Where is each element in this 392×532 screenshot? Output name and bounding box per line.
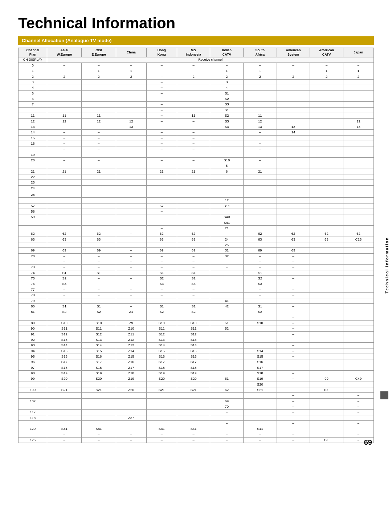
data-cell: – <box>146 141 177 146</box>
data-cell: – <box>146 298 177 303</box>
data-cell <box>210 259 244 265</box>
data-cell: S2 <box>177 309 210 315</box>
data-cell: S41 <box>47 426 82 432</box>
data-cell: S3 <box>210 102 244 107</box>
channel-plan-cell: 94 <box>19 348 47 354</box>
table-row: 28 <box>19 192 374 197</box>
table-row: 24 <box>19 185 374 191</box>
data-cell <box>277 102 310 107</box>
table-row: 4–4 <box>19 85 374 90</box>
table-row: S20 <box>19 382 374 387</box>
data-cell: S19 <box>177 370 210 376</box>
data-cell: – <box>310 63 343 68</box>
data-cell <box>277 107 310 113</box>
channel-plan-cell: 78 <box>19 293 47 298</box>
data-cell <box>47 393 82 398</box>
data-cell: – <box>82 141 116 146</box>
data-cell: 11 <box>82 113 116 118</box>
data-cell <box>310 398 343 404</box>
data-cell <box>116 226 146 231</box>
data-cell: S20 <box>47 376 82 382</box>
channel-plan-cell: 99 <box>19 376 47 382</box>
channel-plan-cell: 95 <box>19 354 47 359</box>
data-cell: 12 <box>244 118 277 124</box>
data-cell: S10 <box>47 320 82 326</box>
data-cell: – <box>244 265 277 270</box>
data-cell <box>343 96 373 102</box>
data-cell: 12 <box>47 118 82 124</box>
table-row: 12 <box>19 198 374 203</box>
data-cell <box>310 354 343 359</box>
data-cell <box>116 146 146 152</box>
data-cell: – <box>116 303 146 309</box>
data-cell: – <box>277 320 310 326</box>
data-cell: Z37 <box>116 415 146 420</box>
data-cell: C13 <box>343 237 373 242</box>
data-cell: S16 <box>47 354 82 359</box>
channel-plan-cell <box>19 421 47 426</box>
data-cell: – <box>47 135 82 141</box>
data-cell: – <box>244 253 277 259</box>
data-cell: – <box>177 130 210 135</box>
data-cell: S1 <box>146 303 177 309</box>
data-cell: S3 <box>177 281 210 287</box>
data-cell: – <box>116 298 146 303</box>
data-cell: – <box>146 113 177 118</box>
data-cell <box>146 398 177 404</box>
table-row: 2121212121621 <box>19 169 374 174</box>
data-cell: 21 <box>177 169 210 174</box>
table-row: 636363636324636363C13 <box>19 237 374 242</box>
data-cell: – <box>146 226 177 231</box>
data-cell <box>210 354 244 359</box>
data-cell: S19 <box>244 376 277 382</box>
data-cell <box>277 174 310 180</box>
table-row: ––– <box>19 421 374 426</box>
data-cell: – <box>277 298 310 303</box>
data-cell <box>82 102 116 107</box>
data-cell <box>310 370 343 376</box>
data-cell <box>116 203 146 209</box>
data-cell <box>116 102 146 107</box>
data-cell: 2 <box>310 74 343 79</box>
data-cell: – <box>343 421 373 426</box>
data-cell <box>310 146 343 152</box>
data-cell <box>47 185 82 191</box>
data-cell: – <box>244 287 277 292</box>
data-cell <box>146 242 177 248</box>
data-cell <box>277 85 310 90</box>
data-cell <box>310 365 343 370</box>
table-row: 99S20S20Z19S20S2061S19–99C49 <box>19 376 374 382</box>
data-cell: S2 <box>47 276 82 281</box>
data-cell <box>244 315 277 320</box>
channel-plan-cell: 28 <box>19 192 47 197</box>
data-cell <box>310 152 343 157</box>
table-row: 94S15S15Z14S15S15S14– <box>19 348 374 354</box>
data-cell: – <box>116 270 146 275</box>
data-cell <box>343 253 373 259</box>
table-row: 13––13––S4131313 <box>19 124 374 129</box>
data-cell <box>310 107 343 113</box>
data-cell: S2 <box>146 309 177 315</box>
data-cell: – <box>146 214 177 220</box>
table-row: –– <box>19 393 374 398</box>
data-cell <box>310 404 343 410</box>
table-row: 5757S11 <box>19 203 374 209</box>
table-row: 19––––– <box>19 152 374 157</box>
data-cell: – <box>244 432 277 437</box>
data-cell <box>310 415 343 420</box>
data-cell: – <box>146 253 177 259</box>
data-cell <box>343 326 373 331</box>
data-cell <box>310 209 343 214</box>
data-cell <box>310 242 343 248</box>
data-cell <box>47 242 82 248</box>
data-cell <box>116 80 146 85</box>
data-cell: 100 <box>310 387 343 393</box>
data-cell: S15 <box>146 348 177 354</box>
data-cell <box>47 80 82 85</box>
channel-plan-cell: 58 <box>19 209 47 214</box>
data-cell: Z10 <box>116 326 146 331</box>
side-decoration-box <box>380 391 388 399</box>
data-cell <box>116 198 146 203</box>
data-cell <box>47 315 82 320</box>
data-cell: – <box>277 348 310 354</box>
